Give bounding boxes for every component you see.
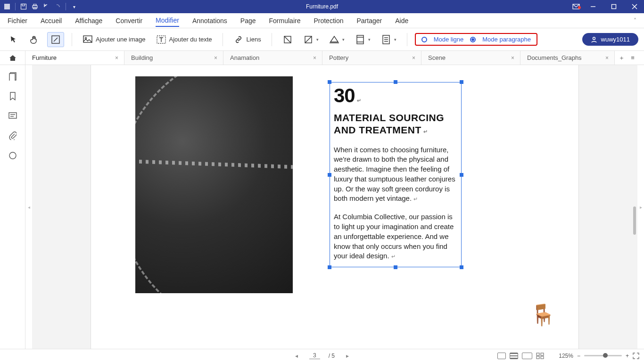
image-icon <box>83 34 93 45</box>
save-icon[interactable] <box>20 3 27 10</box>
comments-icon[interactable] <box>8 111 17 121</box>
tab-overflow-button[interactable]: ≡ <box>628 51 637 65</box>
resize-handle[interactable] <box>460 80 463 84</box>
minimize-button[interactable] <box>584 0 603 13</box>
redo-icon[interactable] <box>54 3 61 10</box>
chevron-down-icon: ▾ <box>368 37 371 42</box>
prev-page-button[interactable]: ◂ <box>292 353 301 359</box>
menu-partager[interactable]: Partager <box>356 15 382 26</box>
links-button[interactable]: Liens <box>231 33 264 47</box>
expand-right-gutter[interactable]: ▸ <box>637 65 644 349</box>
menu-modifier[interactable]: Modifier <box>156 15 179 27</box>
zoom-slider[interactable] <box>584 355 622 356</box>
attachments-icon[interactable] <box>8 131 17 140</box>
tab-close-icon[interactable]: × <box>214 55 217 61</box>
crop-tool[interactable] <box>280 33 296 47</box>
tab-pottery[interactable]: Pottery× <box>322 51 421 65</box>
bates-tool[interactable]: ▾ <box>378 33 399 47</box>
menu-protection[interactable]: Protection <box>314 15 343 26</box>
tab-scene[interactable]: Scene× <box>421 51 520 65</box>
tab-building[interactable]: Building× <box>124 51 223 65</box>
view-thumbnails-icon[interactable] <box>536 353 545 359</box>
bookmarks-icon[interactable] <box>8 91 17 101</box>
resize-handle[interactable] <box>460 265 463 269</box>
return-symbol-icon: ↵ <box>391 254 396 259</box>
hand-tool[interactable] <box>26 33 42 47</box>
background-tool[interactable]: ▾ <box>326 33 347 47</box>
svg-line-18 <box>305 36 312 43</box>
page-current-input[interactable]: 3 <box>309 352 320 359</box>
resize-handle[interactable] <box>394 265 397 269</box>
mode-paragraph-radio[interactable] <box>470 37 476 42</box>
chair-glyph-icon: 🪑 <box>530 303 556 327</box>
menu-convertir[interactable]: Convertir <box>116 15 142 26</box>
chevron-down-icon: ▾ <box>316 37 319 42</box>
document-tab-bar: Furniture× Building× Anamation× Pottery×… <box>0 51 644 65</box>
page-navigator: ◂ 3 / 5 ▸ <box>292 352 352 359</box>
quick-dropdown-icon[interactable]: ▾ <box>71 3 77 10</box>
menu-formulaire[interactable]: Formulaire <box>269 15 301 26</box>
user-account-button[interactable]: wuwy1011 <box>582 33 638 46</box>
separator <box>407 33 407 46</box>
zoom-in-button[interactable]: + <box>626 353 629 359</box>
tab-documents-graphs[interactable]: Documents_Graphs× <box>520 51 615 65</box>
tab-furniture[interactable]: Furniture× <box>25 51 124 65</box>
mail-icon[interactable] <box>570 4 582 9</box>
search-panel-icon[interactable] <box>8 151 17 160</box>
document-canvas[interactable]: 30↵ MATERIAL SOURCING AND TREATMENT↵ Whe… <box>32 65 637 349</box>
tab-label: Building <box>131 54 153 61</box>
tab-close-icon[interactable]: × <box>511 55 514 61</box>
resize-handle[interactable] <box>394 80 397 84</box>
new-tab-button[interactable]: ＋ <box>615 51 628 65</box>
tab-anamation[interactable]: Anamation× <box>223 51 322 65</box>
return-symbol-icon: ↵ <box>423 129 428 134</box>
add-text-button[interactable]: Ajouter du texte <box>153 33 215 47</box>
tab-close-icon[interactable]: × <box>313 55 316 61</box>
menu-fichier[interactable]: Fichier <box>8 15 27 26</box>
pdf-page: 30↵ MATERIAL SOURCING AND TREATMENT↵ Whe… <box>91 65 578 349</box>
zoom-out-button[interactable]: − <box>577 353 580 359</box>
select-tool[interactable] <box>6 33 22 47</box>
tab-close-icon[interactable]: × <box>115 55 118 61</box>
add-image-button[interactable]: Ajouter une image <box>80 33 149 47</box>
svg-point-27 <box>593 37 595 40</box>
bates-icon <box>381 34 391 45</box>
undo-icon[interactable] <box>43 3 50 10</box>
resize-handle[interactable] <box>328 173 331 177</box>
zoom-slider-knob[interactable] <box>603 353 608 358</box>
menu-page[interactable]: Page <box>240 15 256 26</box>
view-single-icon[interactable] <box>497 353 506 359</box>
resize-handle[interactable] <box>328 80 331 84</box>
resize-handle[interactable] <box>460 173 463 177</box>
close-button[interactable] <box>625 0 644 13</box>
tab-close-icon[interactable]: × <box>605 55 609 61</box>
tab-close-icon[interactable]: × <box>412 55 415 61</box>
side-panel <box>0 65 25 349</box>
svg-rect-36 <box>537 356 539 359</box>
watermark-tool[interactable]: ▾ <box>300 33 322 47</box>
window-title: Furniture.pdf <box>306 3 338 10</box>
svg-rect-4 <box>33 4 36 6</box>
vertical-scrollbar[interactable] <box>633 206 636 235</box>
header-footer-tool[interactable]: ▾ <box>352 33 373 47</box>
thumbnails-icon[interactable] <box>8 72 17 81</box>
menu-accueil[interactable]: Accueil <box>41 15 62 26</box>
print-icon[interactable] <box>32 3 38 10</box>
separator <box>72 33 72 46</box>
chevron-down-icon: ▾ <box>342 37 345 42</box>
view-two-page-icon[interactable] <box>522 353 532 359</box>
next-page-button[interactable]: ▸ <box>343 353 352 359</box>
collapse-ribbon-icon[interactable]: ˄ <box>634 17 636 24</box>
menu-annotations[interactable]: Annotations <box>192 15 227 26</box>
selected-text-block[interactable]: 30↵ MATERIAL SOURCING AND TREATMENT↵ Whe… <box>330 82 462 267</box>
edit-tool[interactable] <box>47 32 64 47</box>
mode-line-radio[interactable] <box>421 37 427 42</box>
maximize-button[interactable] <box>604 0 623 13</box>
menu-aide[interactable]: Aide <box>395 15 408 26</box>
resize-handle[interactable] <box>328 265 331 269</box>
expand-left-gutter[interactable]: ◂ <box>25 65 32 349</box>
fullscreen-icon[interactable] <box>633 353 639 359</box>
view-continuous-icon[interactable] <box>510 353 518 359</box>
home-tab[interactable] <box>0 51 25 65</box>
menu-affichage[interactable]: Affichage <box>75 15 102 26</box>
